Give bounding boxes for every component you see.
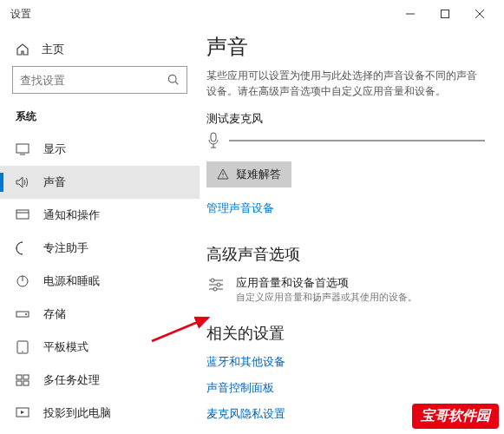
close-icon [475, 10, 484, 18]
nav-label: 多任务处理 [43, 372, 100, 388]
display-icon [16, 142, 29, 156]
nav-label: 声音 [43, 174, 66, 190]
svg-point-28 [222, 176, 223, 177]
svg-point-30 [211, 279, 214, 282]
page-title: 声音 [206, 33, 485, 61]
search-input[interactable] [20, 74, 167, 87]
warning-icon [217, 168, 229, 181]
power-icon [16, 274, 29, 288]
sidebar-item-share[interactable]: 体验共享 [0, 430, 200, 434]
close-button[interactable] [462, 2, 497, 26]
svg-rect-1 [442, 10, 449, 18]
home-label: 主页 [42, 42, 64, 57]
focus-icon [16, 241, 29, 255]
nav-label: 投影到此电脑 [43, 405, 111, 421]
app-volume-option[interactable]: 应用音量和设备首选项 自定义应用音量和扬声器或其使用的设备。 [206, 275, 485, 304]
related-title: 相关的设置 [206, 323, 485, 344]
maximize-icon [441, 10, 449, 18]
svg-rect-16 [16, 375, 22, 379]
sidebar-item-sound[interactable]: 声音 [0, 166, 200, 199]
nav-list: 显示 声音 通知和操作 专注助手 电源和睡眠 [0, 133, 200, 434]
link-bluetooth[interactable]: 蓝牙和其他设备 [206, 354, 485, 370]
troubleshoot-button[interactable]: 疑难解答 [206, 161, 291, 187]
search-box[interactable] [12, 66, 187, 94]
link-sound-control-panel[interactable]: 声音控制面板 [206, 380, 485, 396]
svg-rect-8 [16, 210, 29, 219]
content-panel: 声音 某些应用可以设置为使用与此处选择的声音设备不同的声音设备。请在高级声音选项… [200, 28, 504, 434]
nav-label: 平板模式 [43, 339, 88, 355]
page-description: 某些应用可以设置为使用与此处选择的声音设备不同的声音设备。请在高级声音选项中自定… [206, 68, 485, 99]
mic-icon [206, 132, 220, 149]
manage-sound-link[interactable]: 管理声音设备 [206, 201, 274, 216]
window-controls [393, 2, 497, 26]
sidebar-item-display[interactable]: 显示 [0, 133, 200, 166]
nav-label: 显示 [43, 141, 66, 157]
sound-icon [16, 175, 29, 189]
svg-rect-19 [23, 381, 29, 385]
option-title: 应用音量和设备首选项 [236, 275, 417, 291]
tablet-icon [16, 340, 29, 354]
notifications-icon [16, 208, 29, 222]
svg-rect-26 [211, 133, 216, 141]
storage-icon [16, 307, 29, 321]
sidebar-item-power[interactable]: 电源和睡眠 [0, 265, 200, 298]
window-title: 设置 [10, 7, 31, 22]
minimize-button[interactable] [393, 2, 428, 26]
nav-label: 专注助手 [43, 240, 88, 256]
sidebar-item-notifications[interactable]: 通知和操作 [0, 199, 200, 232]
sidebar-item-storage[interactable]: 存储 [0, 298, 200, 331]
home-button[interactable]: 主页 [0, 35, 200, 66]
sidebar-item-focus[interactable]: 专注助手 [0, 232, 200, 265]
mic-test-row [206, 132, 485, 149]
svg-rect-6 [16, 144, 29, 153]
svg-point-4 [168, 75, 176, 82]
svg-rect-17 [23, 375, 29, 379]
sliders-icon [206, 275, 226, 294]
nav-label: 通知和操作 [43, 207, 100, 223]
svg-line-5 [175, 82, 178, 84]
sidebar-item-project[interactable]: 投影到此电脑 [0, 397, 200, 430]
option-desc: 自定义应用音量和扬声器或其使用的设备。 [236, 291, 417, 304]
advanced-title: 高级声音选项 [206, 244, 485, 265]
search-icon [167, 74, 180, 86]
project-icon [16, 406, 29, 420]
minimize-icon [406, 10, 415, 18]
section-title: 系统 [0, 106, 200, 133]
maximize-button[interactable] [428, 2, 462, 26]
multitask-icon [16, 373, 29, 387]
svg-rect-18 [16, 381, 22, 385]
svg-point-32 [217, 283, 220, 286]
nav-label: 电源和睡眠 [43, 273, 100, 289]
nav-label: 存储 [43, 306, 66, 322]
svg-point-34 [213, 287, 217, 291]
home-icon [16, 43, 29, 56]
titlebar: 设置 [0, 0, 504, 28]
watermark: 宝哥软件园 [412, 404, 499, 429]
svg-point-15 [22, 351, 23, 352]
mic-level-bar [229, 140, 485, 141]
sidebar: 主页 系统 显示 声音 [0, 28, 200, 434]
test-mic-label: 测试麦克风 [206, 111, 485, 127]
svg-point-13 [25, 313, 27, 315]
troubleshoot-label: 疑难解答 [236, 167, 281, 182]
sidebar-item-multitask[interactable]: 多任务处理 [0, 364, 200, 397]
sidebar-item-tablet[interactable]: 平板模式 [0, 331, 200, 364]
